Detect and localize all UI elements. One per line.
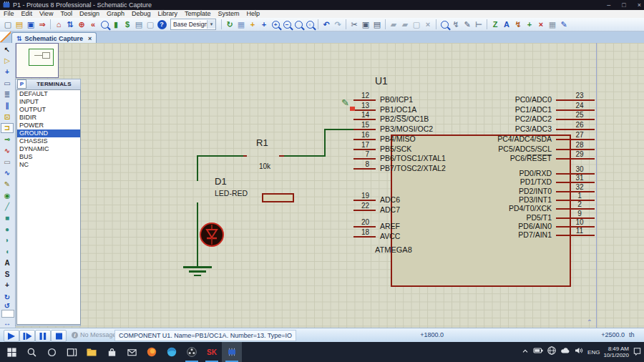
center-at-cursor-icon[interactable]: ⊕ xyxy=(77,19,87,30)
step-button[interactable] xyxy=(19,330,35,342)
taskbar-store-icon[interactable] xyxy=(102,342,122,362)
action-center-icon[interactable] xyxy=(633,346,642,358)
taskbar-sk-app-icon[interactable]: SK xyxy=(202,342,222,362)
speaker-icon[interactable] xyxy=(574,346,584,358)
rotate-block-icon[interactable]: ▢ xyxy=(411,19,422,30)
design-selector-combo[interactable]: Base Design ▾ xyxy=(170,19,216,30)
taskbar-task-view-icon[interactable] xyxy=(62,342,82,362)
tab-schematic-capture[interactable]: ⇅ Schematic Capture × xyxy=(11,32,97,44)
graph-mode[interactable]: ∿ xyxy=(1,145,14,155)
copy-block-icon[interactable]: ▰ xyxy=(389,19,399,30)
exit-to-parent-icon[interactable]: ▦ xyxy=(547,19,558,30)
zoom-area-icon[interactable]: ▫ xyxy=(305,19,316,30)
redo-icon[interactable]: ↷ xyxy=(333,19,343,30)
pin-stub[interactable] xyxy=(556,99,595,101)
zoom-all-icon[interactable] xyxy=(293,19,304,30)
menu-file[interactable]: File xyxy=(0,10,18,18)
pin-stub[interactable] xyxy=(556,139,595,140)
open-design-icon[interactable]: ▤ xyxy=(14,19,25,30)
electrical-rule-check-icon[interactable]: ▤ xyxy=(134,19,145,30)
remove-sheet-icon[interactable]: × xyxy=(536,19,547,30)
terminal-item-output[interactable]: OUTPUT xyxy=(17,106,80,114)
taskbar-file-explorer-icon[interactable] xyxy=(82,342,102,362)
terminal-item-power[interactable]: POWER xyxy=(17,122,80,129)
pin-stub[interactable] xyxy=(353,226,376,228)
schematic-canvas[interactable]: ⌃ R1 10k D1 LED-RED U1 xyxy=(15,43,644,328)
material-list-icon[interactable]: ▮ xyxy=(111,19,122,30)
wire-label-mode[interactable]: ▭ xyxy=(1,78,14,88)
pin-stub[interactable] xyxy=(353,149,376,150)
battery-icon[interactable] xyxy=(533,346,543,358)
onedrive-cloud-icon[interactable] xyxy=(560,346,570,358)
2d-line-mode[interactable]: ╱ xyxy=(1,202,14,212)
voltage-probe-mode[interactable]: ✎ xyxy=(1,179,14,189)
pin-stub[interactable] xyxy=(353,99,376,101)
terminal-item-default[interactable]: DEFAULT xyxy=(17,90,80,98)
save-design-icon[interactable]: ▣ xyxy=(26,19,36,30)
paste-icon[interactable]: ▤ xyxy=(372,19,383,30)
generator-mode[interactable]: ∿ xyxy=(1,168,14,178)
wire-led-anode[interactable] xyxy=(197,155,198,181)
zone-icon[interactable]: ↯ xyxy=(513,19,524,30)
pan-icon[interactable]: + xyxy=(259,19,270,30)
pick-devices-button[interactable]: P xyxy=(17,79,26,89)
2d-marker-mode[interactable]: + xyxy=(1,280,14,290)
pin-stub[interactable] xyxy=(353,210,376,211)
2d-symbol-mode[interactable]: S xyxy=(1,269,14,279)
pin-stub[interactable] xyxy=(556,149,595,150)
pin-stub[interactable] xyxy=(353,158,376,160)
tape-recorder-mode[interactable]: ▭ xyxy=(1,157,14,167)
rotation-angle-box[interactable] xyxy=(1,310,14,318)
terminal-item-chassis[interactable]: CHASSIS xyxy=(17,137,80,145)
search-and-tag-icon[interactable] xyxy=(439,19,450,30)
ascii-data-icon[interactable]: A xyxy=(502,19,512,30)
device-pins-mode[interactable]: ⊸ xyxy=(1,134,14,145)
pin-stub[interactable] xyxy=(353,168,376,170)
pin-stub[interactable] xyxy=(556,235,595,236)
pin-stub[interactable] xyxy=(353,119,376,120)
add-sheet-icon[interactable]: + xyxy=(525,19,535,30)
terminal-item-ground[interactable]: GROUND xyxy=(17,129,80,137)
new-root-sheet-icon[interactable]: Z xyxy=(490,19,501,30)
new-design-icon[interactable]: ▢ xyxy=(3,19,14,30)
ground-bar-2[interactable] xyxy=(189,270,206,273)
subcircuit-mode[interactable]: ⊡ xyxy=(1,112,14,122)
wire-led-to-r1[interactable] xyxy=(197,155,243,157)
wire-riser[interactable] xyxy=(324,129,326,157)
taskbar-mail-icon[interactable] xyxy=(122,342,142,362)
tab-close-icon[interactable]: × xyxy=(88,35,92,42)
menu-help[interactable]: Help xyxy=(243,10,264,18)
pin-stub[interactable] xyxy=(556,158,595,160)
taskbar-proteus-icon[interactable] xyxy=(222,342,242,362)
close-button[interactable]: × xyxy=(638,1,641,9)
move-block-icon[interactable]: ▰ xyxy=(400,19,411,30)
terminal-item-nc[interactable]: NC xyxy=(17,161,80,169)
pin-stub[interactable] xyxy=(353,236,376,238)
network-icon[interactable] xyxy=(547,346,557,358)
2d-text-mode[interactable]: A xyxy=(1,258,14,268)
stop-button[interactable] xyxy=(51,330,67,342)
terminal-item-input[interactable]: INPUT xyxy=(17,98,80,106)
language-indicator[interactable]: ENG xyxy=(587,349,600,356)
tray-chevron-icon[interactable] xyxy=(521,346,530,358)
taskbar-cortana-icon[interactable] xyxy=(42,342,62,362)
netlist-transfer-icon[interactable]: ▢ xyxy=(145,19,156,30)
new-sheet-icon[interactable]: ⇅ xyxy=(65,19,76,30)
terminal-item-bidir[interactable]: BIDIR xyxy=(17,114,80,122)
play-button[interactable] xyxy=(4,330,19,342)
message-indicator[interactable]: i No Messages xyxy=(72,331,119,338)
pin-stub[interactable] xyxy=(556,119,595,120)
wire-r1-to-riser[interactable] xyxy=(284,155,325,157)
origin-icon[interactable]: + xyxy=(248,19,258,30)
pin-stub[interactable] xyxy=(556,109,595,111)
copy-icon[interactable]: ▣ xyxy=(361,19,371,30)
menu-view[interactable]: View xyxy=(36,10,57,18)
menu-library[interactable]: Library xyxy=(154,10,181,18)
pin-stub[interactable] xyxy=(556,129,595,130)
home-tab-notch[interactable] xyxy=(0,31,11,42)
import-section-icon[interactable]: ⇒ xyxy=(37,19,48,30)
2d-box-mode[interactable]: ■ xyxy=(1,213,14,223)
menu-graph[interactable]: Graph xyxy=(103,10,128,18)
2d-path-mode[interactable]: ◖ xyxy=(1,247,14,257)
toggle-grid-icon[interactable]: ▦ xyxy=(236,19,247,30)
